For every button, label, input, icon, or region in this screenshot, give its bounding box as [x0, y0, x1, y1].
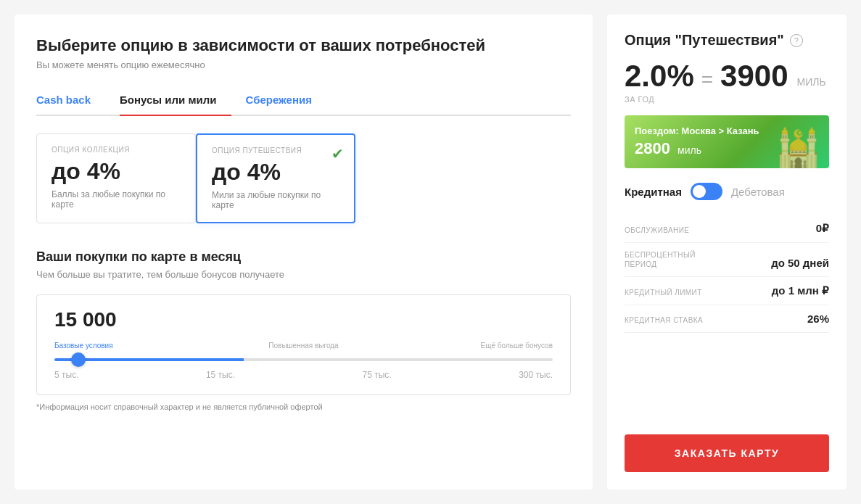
slider-zone-labels: Базовые условия Повышенная выгода Ещё бо…	[54, 342, 553, 350]
zone-label-base: Базовые условия	[54, 342, 210, 350]
info-value-rate: 26%	[807, 313, 829, 325]
checkmark-icon: ✔	[331, 145, 344, 162]
promo-banner: Поездом: Москва > Казань 2800 миль 🕌	[625, 115, 829, 168]
tick-2: 75 тыс.	[363, 370, 392, 380]
tick-3: 300 тыс.	[519, 370, 553, 380]
info-table: ОБСЛУЖИВАНИЕ 0₽ БЕСПРОЦЕНТНЫЙ ПЕРИОД до …	[625, 215, 829, 333]
info-row-rate: КРЕДИТНАЯ СТАВКА 26%	[625, 305, 829, 333]
percent-row: 2.0% = 3900 МИЛЬ	[625, 59, 829, 94]
info-row-limit: КРЕДИТНЫЙ ЛИМИТ до 1 млн ₽	[625, 277, 829, 305]
option-card-collection[interactable]: ОПЦИЯ КОЛЛЕКЦИЯ до 4% Баллы за любые пок…	[36, 133, 196, 223]
promo-route: Поездом: Москва > Казань	[635, 125, 759, 136]
slider-value-display: 15 000	[54, 308, 553, 331]
option-collection-desc: Баллы за любые покупки по карте	[52, 189, 181, 210]
card-type-toggle-row: Кредитная Дебетовая	[625, 183, 829, 200]
info-label-rate: КРЕДИТНАЯ СТАВКА	[625, 315, 703, 325]
zone-label-more: Ещё больше бонусов	[397, 342, 553, 350]
card-type-toggle[interactable]	[691, 183, 722, 200]
info-row-grace: БЕСПРОЦЕНТНЫЙ ПЕРИОД до 50 дней	[625, 243, 829, 277]
slider-ticks: 5 тыс. 15 тыс. 75 тыс. 300 тыс.	[54, 370, 553, 380]
info-value-limit: до 1 млн ₽	[772, 284, 829, 297]
info-value-grace: до 50 дней	[771, 257, 829, 269]
equals-sign: =	[701, 68, 713, 91]
option-collection-percent: до 4%	[52, 158, 181, 185]
tick-1: 15 тыс.	[206, 370, 235, 380]
options-row: ОПЦИЯ КОЛЛЕКЦИЯ до 4% Баллы за любые пок…	[36, 133, 571, 223]
help-icon[interactable]: ?	[790, 34, 803, 47]
tick-0: 5 тыс.	[54, 370, 78, 380]
slider-wrapper: 15 000 Базовые условия Повышенная выгода…	[36, 294, 571, 395]
page-subtitle: Вы можете менять опцию ежемесячно	[36, 59, 571, 70]
miles-unit: МИЛЬ	[797, 76, 826, 94]
miles-value: 3900	[720, 59, 788, 94]
purchases-slider[interactable]	[54, 358, 553, 361]
tabs-bar: Cash back Бонусы или мили Сбережения	[36, 88, 571, 116]
option-title-row: Опция "Путешествия" ?	[625, 32, 829, 49]
info-label-limit: КРЕДИТНЫЙ ЛИМИТ	[625, 288, 702, 297]
right-option-title: Опция "Путешествия"	[625, 32, 784, 49]
per-year-label: ЗА ГОД	[625, 95, 829, 104]
info-row-service: ОБСЛУЖИВАНИЕ 0₽	[625, 215, 829, 243]
toggle-thumb	[693, 185, 706, 198]
info-value-service: 0₽	[816, 222, 829, 235]
option-travel-desc: Мили за любые покупки по карте	[212, 190, 339, 210]
info-label-grace: БЕСПРОЦЕНТНЫЙ ПЕРИОД	[625, 250, 719, 269]
option-travel-percent: до 4%	[212, 159, 339, 186]
option-card-travel[interactable]: ОПЦИЯ ПУТЕШЕСТВИЯ до 4% Мили за любые по…	[196, 133, 355, 223]
zone-label-mid: Повышенная выгода	[210, 342, 397, 350]
toggle-credit-label: Кредитная	[625, 186, 682, 198]
percent-value: 2.0%	[625, 59, 694, 94]
promo-miles: 2800 миль	[635, 139, 759, 158]
page-title: Выберите опцию в зависимости от ваших по…	[36, 36, 571, 55]
purchases-subtitle: Чем больше вы тратите, тем больше бонусо…	[36, 269, 571, 280]
toggle-debit-label: Дебетовая	[731, 186, 785, 198]
tab-cashback[interactable]: Cash back	[36, 88, 105, 115]
tab-bonuses[interactable]: Бонусы или мили	[120, 88, 231, 115]
mosque-icon: 🕌	[775, 127, 822, 168]
tab-savings[interactable]: Сбережения	[246, 88, 326, 115]
right-panel: Опция "Путешествия" ? 2.0% = 3900 МИЛЬ З…	[607, 15, 846, 489]
order-card-button[interactable]: ЗАКАЗАТЬ КАРТУ	[625, 434, 829, 472]
info-label-service: ОБСЛУЖИВАНИЕ	[625, 226, 689, 235]
purchases-title: Ваши покупки по карте в месяц	[36, 249, 571, 265]
option-travel-label: ОПЦИЯ ПУТЕШЕСТВИЯ	[212, 146, 339, 154]
option-collection-label: ОПЦИЯ КОЛЛЕКЦИЯ	[52, 146, 181, 154]
disclaimer-text: *Информация носит справочный характер и …	[36, 402, 571, 411]
left-panel: Выберите опцию в зависимости от ваших по…	[15, 15, 593, 489]
promo-text: Поездом: Москва > Казань 2800 миль	[635, 125, 759, 158]
